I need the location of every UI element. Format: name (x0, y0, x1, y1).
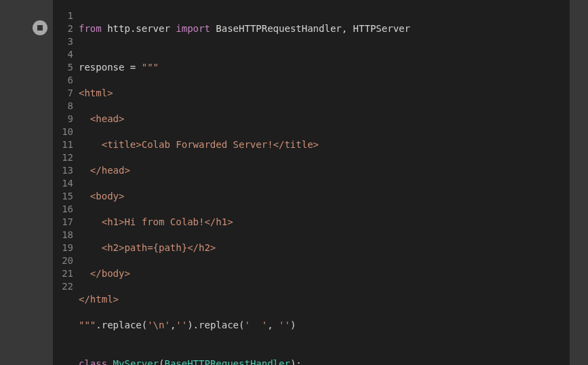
code-line: <head> (79, 113, 570, 126)
code-line: <title>Colab Forwarded Server!</title> (79, 138, 570, 151)
line-number-gutter: 1 2 3 4 5 6 7 8 9 10 11 12 13 14 15 16 1… (53, 9, 79, 365)
line-number: 17 (57, 216, 73, 229)
code-line: <body> (79, 190, 570, 203)
stop-execution-button[interactable] (33, 20, 47, 35)
code-line: <h1>Hi from Colab!</h1> (79, 216, 570, 229)
line-number: 3 (57, 35, 73, 48)
line-number: 5 (57, 61, 73, 74)
code-line: </body> (79, 267, 570, 280)
code-line: response = """ (79, 61, 570, 74)
line-number: 7 (57, 87, 73, 100)
code-content[interactable]: from http.server import BaseHTTPRequestH… (79, 9, 570, 365)
code-line: from http.server import BaseHTTPRequestH… (79, 22, 570, 35)
line-number: 21 (57, 267, 73, 280)
line-number: 12 (57, 151, 73, 164)
line-number: 14 (57, 177, 73, 190)
line-number: 8 (57, 100, 73, 113)
line-number: 19 (57, 242, 73, 254)
cell-gutter: ▸ (14, 0, 53, 365)
code-line: </head> (79, 164, 570, 177)
line-number: 1 (57, 9, 73, 22)
code-editor[interactable]: 1 2 3 4 5 6 7 8 9 10 11 12 13 14 15 16 1… (53, 0, 570, 365)
code-line: <html> (79, 87, 570, 100)
code-line: </html> (79, 293, 570, 306)
line-number: 15 (57, 190, 73, 203)
stop-icon (37, 25, 43, 31)
code-line: class MyServer(BaseHTTPRequestHandler): (79, 358, 570, 365)
code-line: """.replace('\n','').replace(' ', '') (79, 319, 570, 332)
line-number: 6 (57, 74, 73, 87)
line-number: 10 (57, 126, 73, 138)
line-number: 16 (57, 203, 73, 216)
line-number: 9 (57, 113, 73, 126)
line-number: 11 (57, 138, 73, 151)
code-cell-body: ▸ 1 2 3 4 5 6 7 8 9 10 11 12 13 14 15 16… (14, 0, 570, 365)
line-number: 20 (57, 254, 73, 267)
line-number: 4 (57, 48, 73, 61)
code-line: <h2>path={path}</h2> (79, 242, 570, 254)
line-number: 13 (57, 164, 73, 177)
line-number: 22 (57, 280, 73, 293)
code-cell: ▸ 1 2 3 4 5 6 7 8 9 10 11 12 13 14 15 16… (14, 0, 570, 365)
line-number: 2 (57, 22, 73, 35)
line-number: 18 (57, 229, 73, 242)
